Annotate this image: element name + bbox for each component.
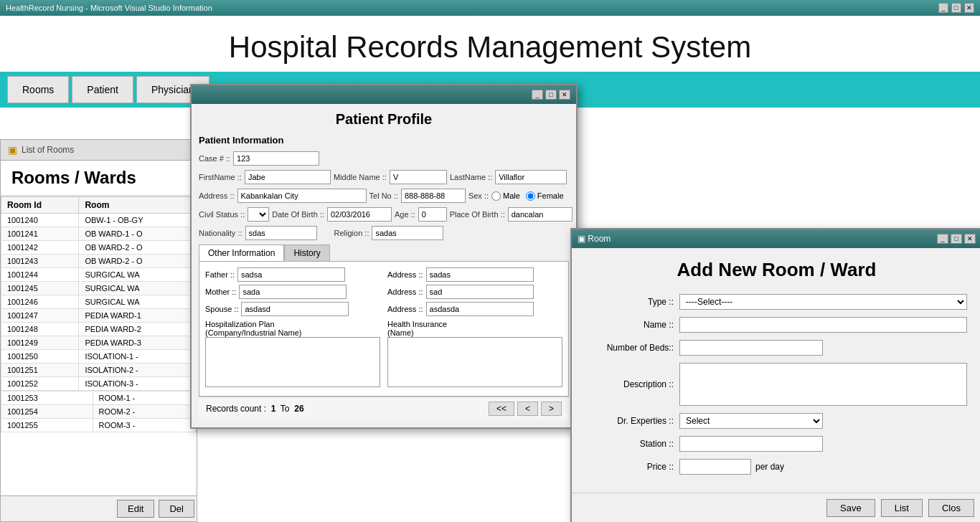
dr-select[interactable]: Select General Pediatrics OB-GYN <box>679 413 823 429</box>
middlename-input[interactable] <box>390 170 447 184</box>
cell-room-name: ISOLATION-1 - <box>79 350 197 364</box>
save-button-rd[interactable]: Save <box>826 499 875 517</box>
family-rows: Father :: Mother :: Spouse :: <box>205 267 562 316</box>
cell-room-name: SURGICAL WA <box>79 268 197 282</box>
cell-room-name: PEDIA WARD-3 <box>79 336 197 350</box>
table-row[interactable]: 1001249PEDIA WARD-3 <box>1 336 197 350</box>
records-footer: Records count : 1 To 26 << < > <box>199 397 569 420</box>
hosp-plan-textarea[interactable] <box>205 337 380 387</box>
os-close-btn[interactable]: ✕ <box>964 3 974 13</box>
dob-input[interactable] <box>327 207 392 222</box>
spouse-address-input[interactable] <box>426 302 534 316</box>
hosp-plan-col: Hospitalization Plan(Company/Industrial … <box>205 320 380 390</box>
type-select[interactable]: ----Select---- Ward Private ICU <box>679 294 967 310</box>
name-input-rd[interactable] <box>679 317 967 333</box>
table-row[interactable]: 1001253ROOM-1 - <box>1 392 197 405</box>
price-input[interactable] <box>679 459 751 475</box>
nav-tab-patient[interactable]: Patient <box>72 76 133 103</box>
sex-male-radio[interactable] <box>491 191 501 201</box>
cell-room-name: SURGICAL WA <box>79 295 197 309</box>
father-input[interactable] <box>237 267 345 282</box>
mother-input[interactable] <box>239 285 347 299</box>
table-row[interactable]: 1001243OB WARD-2 - O <box>1 255 197 268</box>
table-row[interactable]: 1001246SURGICAL WA <box>1 295 197 309</box>
room-dialog-body: Add New Room / Ward Type :: ----Select--… <box>572 248 980 493</box>
religion-label: Religion :: <box>334 229 369 237</box>
patient-dialog-close[interactable]: ✕ <box>559 90 570 100</box>
address-row: Address :: Tel No :: Sex :: Male Female <box>199 189 569 203</box>
patient-dialog-minimize[interactable]: _ <box>532 90 543 100</box>
table-row[interactable]: 1001251ISOLATION-2 - <box>1 364 197 377</box>
room-dialog-minimize[interactable]: _ <box>937 234 948 244</box>
os-maximize-btn[interactable]: □ <box>951 3 961 13</box>
dob-label: Date Of Birth :: <box>272 210 324 219</box>
cell-room-name: ISOLATION-2 - <box>79 364 197 377</box>
address-input[interactable] <box>237 189 367 203</box>
station-row: Station :: <box>586 436 967 452</box>
main-content: Hospital Records Management System Rooms… <box>0 16 980 522</box>
table-row[interactable]: 1001244SURGICAL WA <box>1 268 197 282</box>
pob-input[interactable] <box>508 207 573 222</box>
age-input[interactable] <box>418 207 447 222</box>
table-row[interactable]: 1001245SURGICAL WA <box>1 282 197 295</box>
tab-history[interactable]: History <box>284 245 329 261</box>
os-title-text: HealthRecord Nursing - Microsoft Visual … <box>6 4 212 12</box>
os-minimize-btn[interactable]: _ <box>938 3 948 13</box>
cell-room-id: 1001247 <box>1 309 79 323</box>
sex-male-label[interactable]: Male <box>491 191 520 201</box>
room-dialog-maximize[interactable]: □ <box>951 234 962 244</box>
health-insurance-textarea[interactable] <box>387 337 562 387</box>
cell-room-name: ROOM-1 - <box>93 392 196 405</box>
delete-button[interactable]: Del <box>159 500 194 518</box>
address-label: Address :: <box>199 191 235 200</box>
spouse-input[interactable] <box>241 302 349 316</box>
lastname-label: LastName :: <box>450 173 492 181</box>
list-button-rd[interactable]: List <box>881 499 923 517</box>
spouse-address-row: Address :: <box>387 302 562 316</box>
rooms-icon: ▣ <box>8 144 17 156</box>
cell-room-id: 1001240 <box>1 214 79 227</box>
sex-female-radio[interactable] <box>526 191 535 201</box>
case-input[interactable] <box>233 151 319 166</box>
civilstatus-select[interactable] <box>248 207 269 222</box>
mother-address-input[interactable] <box>426 285 534 299</box>
station-input[interactable] <box>679 436 823 452</box>
nationality-input[interactable] <box>245 226 317 240</box>
table-row[interactable]: 1001254ROOM-2 - <box>1 405 197 419</box>
tab-other-info[interactable]: Other Information <box>199 245 284 261</box>
table-row[interactable]: 1001241OB WARD-1 - O <box>1 227 197 241</box>
table-row[interactable]: 1001242OB WARD-2 - O <box>1 241 197 255</box>
beds-input[interactable] <box>679 340 823 356</box>
cell-room-id: 1001244 <box>1 268 79 282</box>
table-row[interactable]: 1001247PEDIA WARD-1 <box>1 309 197 323</box>
cell-room-id: 1001255 <box>1 419 93 432</box>
edit-button[interactable]: Edit <box>117 500 154 518</box>
cell-room-name: OB WARD-1 - O <box>79 227 197 241</box>
table-row[interactable]: 1001255ROOM-3 - <box>1 419 197 432</box>
patient-dialog-maximize[interactable]: □ <box>545 90 557 100</box>
tab-content: Father :: Mother :: Spouse :: <box>199 261 569 397</box>
religion-input[interactable] <box>372 226 443 240</box>
first-page-btn[interactable]: << <box>489 402 514 416</box>
name-row-rd: Name :: <box>586 317 967 333</box>
table-row[interactable]: 1001248PEDIA WARD-2 <box>1 323 197 336</box>
firstname-input[interactable] <box>245 170 331 184</box>
father-address-input[interactable] <box>426 267 534 282</box>
desc-textarea[interactable] <box>679 363 967 406</box>
prev-page-btn[interactable]: < <box>517 402 538 416</box>
table-row[interactable]: 1001250ISOLATION-1 - <box>1 350 197 364</box>
cell-room-name: OB WARD-2 - O <box>79 255 197 268</box>
next-page-btn[interactable]: > <box>541 402 562 416</box>
os-titlebar: HealthRecord Nursing - Microsoft Visual … <box>0 0 980 16</box>
room-dialog-close[interactable]: ✕ <box>964 234 976 244</box>
close-button-rd[interactable]: Clos <box>928 499 974 517</box>
dr-label: Dr. Experties :: <box>586 416 679 426</box>
sex-female-label[interactable]: Female <box>526 191 564 201</box>
table-row[interactable]: 1001252ISOLATION-3 - <box>1 377 197 391</box>
cell-room-id: 1001249 <box>1 336 79 350</box>
rooms-table-scroll[interactable]: Room Id Room 1001240OBW-1 - OB-GY1001241… <box>1 196 197 391</box>
table-row[interactable]: 1001240OBW-1 - OB-GY <box>1 214 197 227</box>
nav-tab-rooms[interactable]: Rooms <box>7 76 69 103</box>
lastname-input[interactable] <box>495 170 567 184</box>
telno-input[interactable] <box>401 189 466 203</box>
